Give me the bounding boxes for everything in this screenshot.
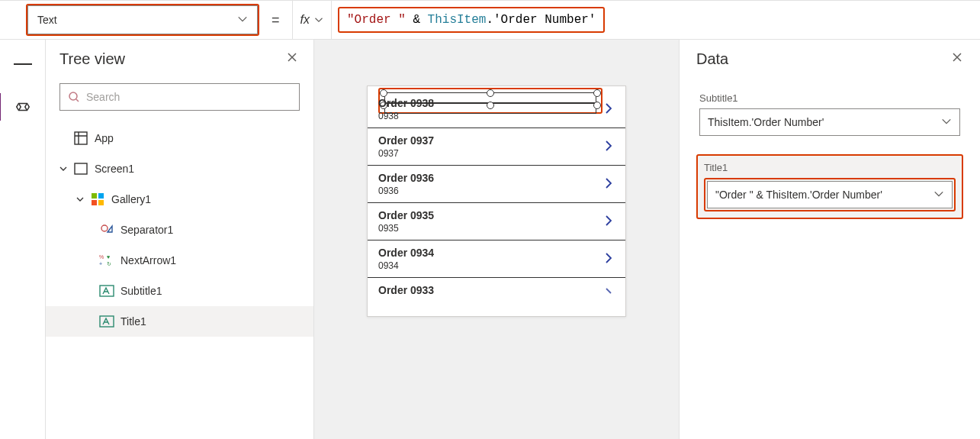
svg-text:+: +: [99, 261, 102, 266]
tree-node-label: NextArrow1: [120, 254, 176, 266]
chevron-right-icon[interactable]: [602, 252, 615, 266]
svg-rect-13: [100, 316, 114, 327]
data-panel: Data Subtitle1 ThisItem.'Order Number' T…: [679, 40, 980, 439]
hamburger-icon[interactable]: [14, 55, 32, 73]
svg-rect-1: [75, 132, 87, 144]
gallery-item-subtitle: 0938: [378, 111, 434, 121]
formula-input[interactable]: "Order " & ThisItem.'Order Number': [347, 13, 596, 27]
data-field-value: "Order " & ThisItem.'Order Number': [715, 189, 882, 201]
tree-node-label: Separator1: [120, 224, 173, 236]
svg-rect-4: [98, 193, 104, 199]
nextarrow-icon: %♥+↻: [99, 253, 114, 268]
label-icon: [99, 314, 114, 329]
chevron-down-icon: [237, 14, 248, 27]
svg-text:↻: ↻: [107, 261, 111, 266]
gallery-item-title: Order 0935: [378, 209, 434, 221]
phone-preview: Order 0938 0938 Order 0937 0937 Orde: [367, 86, 626, 317]
label-icon: [99, 283, 114, 299]
property-dropdown-highlight: Text: [26, 4, 259, 36]
svg-text:♥: ♥: [107, 254, 110, 260]
tree-node-nextarrow[interactable]: %♥+↻ NextArrow1: [46, 245, 313, 276]
tree-node-label: Subtitle1: [120, 285, 162, 297]
svg-rect-5: [92, 200, 97, 205]
tree-node-separator[interactable]: Separator1: [46, 215, 313, 245]
gallery-item[interactable]: Order 0933: [368, 278, 625, 316]
gallery-item-subtitle: 0934: [378, 260, 434, 271]
tree-title: Tree view: [59, 50, 125, 68]
separator-icon: [99, 222, 114, 237]
svg-point-0: [69, 92, 77, 100]
chevron-down-icon: [933, 189, 944, 202]
svg-rect-2: [75, 163, 87, 174]
tree-node-label: App: [95, 132, 114, 144]
data-field-label: Title1: [704, 162, 956, 173]
gallery-item-subtitle: 0935: [378, 223, 434, 234]
formula-highlight: "Order " & ThisItem.'Order Number': [338, 7, 605, 33]
property-dropdown[interactable]: Text: [27, 5, 258, 34]
gallery-icon: [90, 192, 105, 207]
chevron-down-icon: [314, 15, 323, 24]
close-icon[interactable]: [951, 51, 963, 67]
property-dropdown-label: Text: [37, 14, 57, 26]
tree-node-label: Title1: [120, 315, 146, 328]
screen-icon: [73, 161, 88, 176]
search-icon: [68, 91, 80, 103]
svg-point-7: [101, 225, 108, 231]
chevron-right-icon[interactable]: [602, 102, 615, 117]
data-field-input[interactable]: ThisItem.'Order Number': [699, 108, 960, 136]
gallery-item[interactable]: Order 0937 0937: [368, 128, 625, 166]
gallery-item-subtitle: 0936: [378, 186, 434, 196]
svg-rect-3: [92, 193, 97, 199]
gallery-item[interactable]: Order 0934 0934: [368, 240, 625, 278]
canvas[interactable]: Order 0938 0938 Order 0937 0937 Orde: [314, 40, 679, 439]
gallery-item-title: Order 0933: [378, 284, 434, 296]
tree-panel: Tree view Search App: [46, 40, 314, 439]
close-icon[interactable]: [286, 51, 298, 67]
svg-rect-6: [98, 200, 104, 205]
left-rail: [0, 40, 46, 439]
tree-view-icon[interactable]: [14, 98, 32, 116]
tree-node-gallery[interactable]: Gallery1: [46, 184, 313, 215]
gallery-item-title: Order 0937: [378, 134, 434, 147]
tree-node-app[interactable]: App: [46, 123, 313, 153]
tree-list: App Screen1 Gallery1: [46, 120, 313, 340]
chevron-right-icon[interactable]: [602, 285, 615, 297]
chevron-right-icon[interactable]: [602, 177, 615, 192]
caret-down-icon: [76, 193, 84, 205]
app-icon: [73, 131, 88, 146]
svg-rect-12: [100, 286, 114, 296]
tree-node-label: Screen1: [95, 163, 134, 175]
data-field-input[interactable]: "Order " & ThisItem.'Order Number': [707, 181, 953, 208]
gallery-item-title: Order 0936: [378, 172, 434, 184]
tree-node-label: Gallery1: [111, 193, 151, 205]
tree-node-subtitle[interactable]: Subtitle1: [46, 276, 313, 306]
gallery-item-title: Order 0934: [378, 247, 434, 259]
tree-node-screen[interactable]: Screen1: [46, 153, 313, 184]
gallery-item[interactable]: Order 0935 0935: [368, 203, 625, 240]
svg-text:%: %: [99, 254, 104, 260]
fx-button[interactable]: fx: [292, 1, 332, 39]
data-field-subtitle: Subtitle1 ThisItem.'Order Number': [696, 88, 963, 140]
chevron-down-icon: [941, 116, 952, 129]
data-field-label: Subtitle1: [699, 92, 960, 104]
data-field-title-highlight: Title1 "Order " & ThisItem.'Order Number…: [696, 154, 963, 219]
gallery-item-title: Order 0938: [378, 97, 434, 109]
gallery-item-subtitle: 0937: [378, 148, 434, 159]
gallery-item[interactable]: Order 0938 0938: [368, 86, 625, 128]
search-input[interactable]: Search: [59, 83, 300, 111]
gallery-item[interactable]: Order 0936 0936: [368, 166, 625, 203]
chevron-right-icon[interactable]: [602, 215, 615, 229]
chevron-right-icon[interactable]: [602, 140, 615, 154]
search-placeholder: Search: [86, 91, 120, 103]
caret-down-icon: [59, 163, 67, 175]
fx-label: fx: [300, 13, 310, 27]
formula-bar: Text = fx "Order " & ThisItem.'Order Num…: [0, 0, 980, 40]
data-panel-title: Data: [696, 50, 728, 68]
data-field-value: ThisItem.'Order Number': [708, 116, 824, 128]
equals-label: =: [267, 12, 284, 28]
tree-node-title[interactable]: Title1: [46, 306, 313, 337]
